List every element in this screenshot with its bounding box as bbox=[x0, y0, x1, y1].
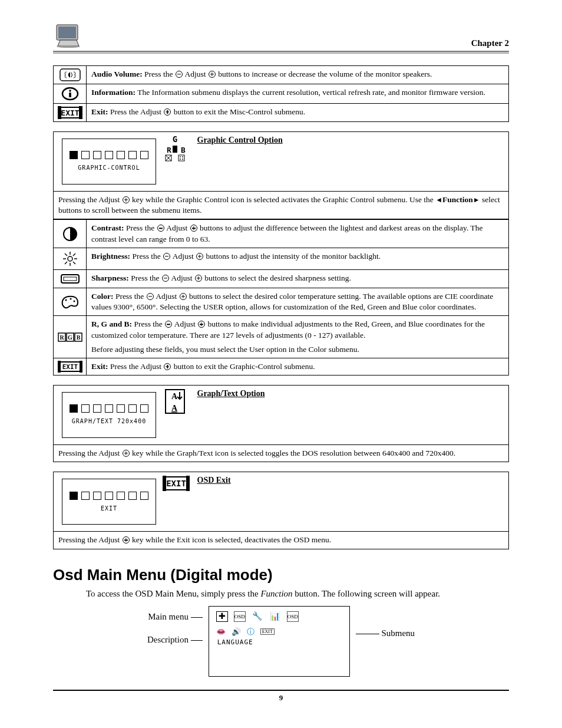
svg-text:R: R bbox=[167, 146, 171, 154]
svg-text:R: R bbox=[59, 334, 64, 341]
svg-point-36 bbox=[70, 298, 71, 300]
plus-icon bbox=[209, 71, 216, 78]
sharpness-icon bbox=[54, 269, 87, 288]
audio-volume-desc: Audio Volume: Press the Adjust buttons t… bbox=[87, 66, 509, 84]
exit-graphic-desc: Exit: Press the Adjust button to exit th… bbox=[87, 358, 509, 375]
brightness-desc: Brightness: Press the Adjust buttons to … bbox=[87, 248, 509, 269]
digital-heading: Osd Main Menu (Digital mode) bbox=[53, 566, 509, 584]
graphtext-section: GRAPH/TEXT 720x400 AA Graph/Text Option … bbox=[53, 385, 509, 462]
svg-text:EXIT: EXIT bbox=[62, 363, 78, 371]
graphic-control-intro: Pressing the Adjust key while the Graphi… bbox=[54, 192, 509, 219]
description-label: Description bbox=[147, 635, 189, 644]
svg-rect-53 bbox=[186, 476, 190, 491]
svg-text:A: A bbox=[171, 392, 178, 401]
svg-point-22 bbox=[182, 159, 183, 160]
misc-control-table: Audio Volume: Press the Adjust buttons t… bbox=[53, 65, 509, 122]
osd-icon-3: 🔧 bbox=[252, 611, 263, 622]
information-icon bbox=[54, 84, 87, 104]
osd-icon-2: OSD bbox=[234, 611, 246, 622]
graphic-control-items: Contrast: Press the Adjust buttons to ad… bbox=[53, 219, 509, 375]
svg-line-31 bbox=[73, 253, 75, 256]
svg-rect-52 bbox=[163, 476, 166, 491]
rgb-desc: R, G and B: Press the Adjust buttons to … bbox=[87, 316, 509, 358]
page-header: Chapter 2 bbox=[53, 24, 509, 48]
right-arrow-icon: ► bbox=[473, 195, 480, 205]
color-icon bbox=[54, 288, 87, 315]
audio-volume-icon bbox=[54, 66, 87, 84]
osd-exit-panel: EXIT bbox=[62, 479, 156, 525]
svg-point-37 bbox=[73, 301, 75, 302]
osd-sub-icon-3: ⓘ bbox=[247, 627, 254, 637]
graphic-control-title: Graphic Control Option bbox=[197, 136, 283, 144]
plus-icon bbox=[195, 275, 202, 282]
osd-icon-5: OSD bbox=[287, 611, 299, 622]
graphic-control-panel: GRAPHIC-CONTROL bbox=[62, 139, 156, 185]
left-arrow-icon: ◄ bbox=[435, 195, 442, 205]
plus-icon bbox=[123, 450, 130, 457]
osd-sub-icon-4: EXIT bbox=[260, 628, 275, 635]
page-number: 9 bbox=[53, 693, 509, 703]
osd-sub-icon-2: 🔊 bbox=[232, 627, 241, 637]
rgb-icon: RGB bbox=[54, 316, 87, 358]
color-desc: Color: Press the Adjust buttons to selec… bbox=[87, 288, 509, 315]
svg-text:EXIT: EXIT bbox=[166, 479, 186, 488]
graphic-control-section: GRAPHIC-CONTROL G R B Graphic Control Op… bbox=[53, 131, 509, 219]
osd-screen: ✚ OSD 🔧 📊 OSD 👄 🔊 ⓘ EXIT LANGUAGE bbox=[209, 606, 350, 677]
svg-line-29 bbox=[65, 253, 67, 256]
svg-rect-34 bbox=[64, 277, 77, 281]
svg-rect-6 bbox=[69, 93, 71, 97]
monitor-icon bbox=[53, 24, 82, 48]
osd-sub-icon-1: 👄 bbox=[216, 627, 226, 637]
header-rule bbox=[53, 51, 509, 54]
svg-text:G: G bbox=[68, 334, 72, 341]
osd-screen-label: LANGUAGE bbox=[209, 638, 349, 646]
footer-rule bbox=[53, 690, 509, 691]
plus-icon bbox=[190, 225, 197, 232]
exit-misc-icon: EXIT bbox=[54, 104, 87, 122]
submenu-label: Submenu bbox=[381, 628, 415, 638]
minus-icon bbox=[157, 225, 164, 232]
svg-point-21 bbox=[180, 159, 181, 160]
plus-icon bbox=[164, 108, 171, 116]
graphtext-intro: Pressing the Adjust key while the Graph/… bbox=[54, 445, 509, 462]
svg-rect-46 bbox=[80, 361, 82, 373]
plus-icon bbox=[164, 363, 171, 370]
svg-line-30 bbox=[73, 262, 75, 264]
svg-point-5 bbox=[69, 90, 71, 92]
graphtext-panel: GRAPH/TEXT 720x400 bbox=[62, 392, 156, 438]
svg-rect-9 bbox=[79, 106, 82, 119]
osd-exit-title: OSD Exit bbox=[197, 476, 231, 485]
main-menu-label: Main menu bbox=[148, 612, 189, 621]
exit-misc-desc: Exit: Press the Adjust button to exit th… bbox=[87, 104, 509, 122]
osd-icon-1: ✚ bbox=[216, 611, 228, 622]
sharpness-desc: Sharpness: Press the Adjust buttons to s… bbox=[87, 269, 509, 288]
graphtext-title: Graph/Text Option bbox=[197, 389, 265, 398]
svg-point-35 bbox=[65, 299, 67, 301]
minus-icon bbox=[176, 71, 183, 78]
chapter-label: Chapter 2 bbox=[471, 38, 509, 48]
plus-icon bbox=[123, 536, 130, 543]
svg-point-19 bbox=[180, 156, 181, 157]
osd-icon-4: 📊 bbox=[269, 611, 281, 622]
digital-intro: To access the OSD Main Menu, simply pres… bbox=[86, 589, 509, 599]
svg-rect-45 bbox=[58, 361, 61, 373]
svg-text:B: B bbox=[76, 334, 80, 341]
osd-exit-big-icon: EXIT bbox=[162, 475, 190, 492]
svg-text:G: G bbox=[172, 135, 177, 144]
osd-diagram: Main menu Description ✚ OSD 🔧 📊 OSD 👄 🔊 … bbox=[53, 606, 509, 677]
contrast-desc: Contrast: Press the Adjust buttons to ad… bbox=[87, 220, 509, 248]
svg-point-20 bbox=[182, 156, 183, 157]
plus-icon bbox=[123, 196, 130, 203]
osd-exit-intro: Pressing the Adjust key while the Exit i… bbox=[54, 532, 509, 549]
plus-icon bbox=[196, 253, 203, 260]
svg-text:A: A bbox=[171, 404, 178, 413]
graphic-control-big-icon: G R B bbox=[162, 135, 188, 162]
graphtext-big-icon: AA bbox=[163, 388, 187, 414]
svg-point-24 bbox=[68, 256, 72, 261]
svg-text:EXIT: EXIT bbox=[61, 108, 79, 117]
svg-text:B: B bbox=[181, 146, 186, 154]
minus-icon bbox=[165, 321, 172, 328]
plus-icon bbox=[180, 293, 187, 300]
svg-rect-18 bbox=[178, 155, 184, 161]
exit-graphic-icon: EXIT bbox=[54, 358, 87, 375]
